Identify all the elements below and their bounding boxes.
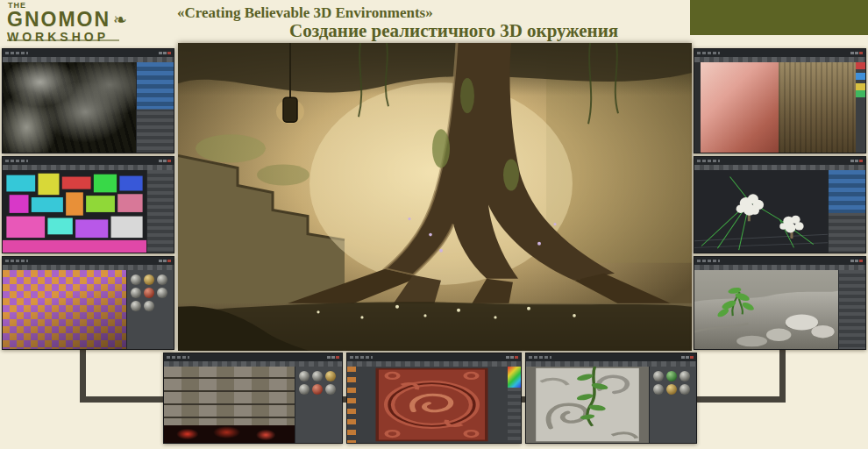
header-accent-bar — [690, 0, 868, 35]
material-sphere — [131, 288, 141, 298]
connector-left-vertical — [80, 347, 86, 402]
paint-canvas-area — [694, 62, 865, 153]
course-poster: { "header": { "logo": { "the": "THE", "g… — [0, 0, 868, 449]
sculpt-canvas-area — [347, 367, 521, 443]
screenshot-max-checker-cloth — [2, 256, 174, 350]
gnomon-workshop-logo: THE GNOMON ❧ WORKSHOP — [7, 2, 129, 43]
screenshot-clay-render-terrain — [694, 256, 866, 350]
command-panel-list — [828, 170, 865, 253]
window-titlebar — [347, 353, 521, 361]
material-sphere — [325, 371, 336, 381]
final-environment-render — [178, 43, 692, 351]
connector-right-vertical — [779, 347, 786, 402]
screenshot-max-uv-color-layout — [2, 156, 174, 253]
header: THE GNOMON ❧ WORKSHOP «Creating Believab… — [0, 0, 868, 44]
material-editor-spheres — [126, 270, 174, 349]
logo-underline — [7, 39, 119, 41]
gray-relief-canvas — [526, 367, 649, 443]
screenshot-sculpt-red-relief — [346, 353, 522, 444]
leaf-glyph-icon: ❧ — [113, 11, 129, 28]
canvas-brown-texture — [779, 62, 857, 153]
viewport-spline-scatter-trees — [694, 170, 828, 253]
environment-render-art — [178, 43, 692, 351]
screenshot-sculpt-gray-relief-vine — [525, 353, 697, 444]
screenshot-texture-paint-gradient — [694, 48, 866, 153]
palette-panel — [508, 367, 521, 443]
canvas-pink-gradient — [701, 62, 779, 153]
sculpt-tool-strip — [347, 367, 356, 443]
viewport-uv-color-blocks — [3, 170, 146, 253]
viewport-clay-terrain — [694, 270, 838, 349]
material-sphere — [666, 371, 677, 381]
material-sphere — [653, 384, 664, 395]
red-mask-texture-strip — [164, 425, 295, 443]
material-sphere — [144, 274, 154, 285]
material-sphere — [299, 384, 309, 395]
screenshot-max-scatter-trees — [694, 156, 866, 253]
command-panel-list — [136, 62, 174, 153]
material-sphere — [679, 371, 690, 381]
material-sphere — [144, 301, 154, 311]
viewport-ao-tree-roots — [3, 62, 136, 153]
material-sphere — [299, 371, 309, 381]
logo-gnomon: GNOMON — [7, 10, 110, 30]
course-title-russian: Создание реалистичного 3D окружения — [289, 20, 618, 42]
viewport-stone-tiles — [164, 367, 295, 443]
course-title-english: «Creating Believable 3D Environments» — [177, 4, 433, 22]
red-relief-canvas — [356, 367, 508, 443]
material-sphere — [131, 274, 141, 285]
material-sphere — [144, 288, 154, 298]
material-sphere — [653, 371, 664, 381]
window-titlebar — [3, 257, 174, 265]
window-titlebar — [694, 257, 865, 265]
screenshot-max-ao-roots — [2, 48, 174, 153]
material-sphere — [679, 384, 690, 395]
window-titlebar — [3, 49, 174, 57]
command-panel — [146, 170, 174, 253]
toolbox-strip — [694, 62, 701, 153]
material-sphere — [131, 301, 141, 311]
window-titlebar — [3, 157, 174, 165]
side-panel — [838, 270, 865, 349]
material-editor-spheres — [649, 367, 696, 443]
window-titlebar — [164, 353, 342, 361]
material-sphere — [157, 288, 167, 298]
material-sphere — [666, 384, 677, 395]
window-titlebar — [694, 49, 865, 57]
window-titlebar — [526, 353, 696, 361]
material-sphere — [325, 384, 336, 395]
screenshot-max-stone-tile-material — [163, 353, 343, 444]
material-editor-spheres — [295, 367, 342, 443]
material-sphere — [312, 384, 323, 395]
window-titlebar — [694, 157, 865, 165]
material-sphere — [312, 371, 323, 381]
panel-color-swatches — [856, 62, 865, 153]
viewport-checker-texture — [3, 270, 126, 349]
material-sphere — [157, 274, 167, 285]
